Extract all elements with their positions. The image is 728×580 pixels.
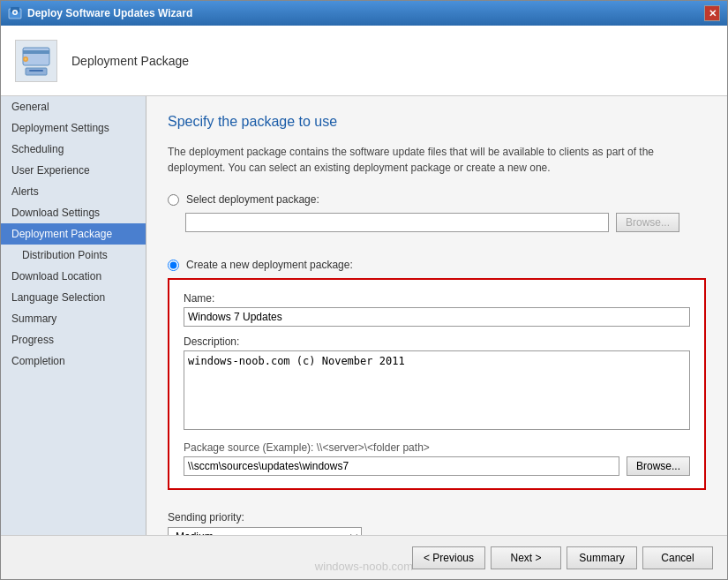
header-area: Deployment Package [1, 26, 727, 96]
sending-priority-label: Sending priority: [168, 511, 706, 524]
create-package-radio-row: Create a new deployment package: [168, 259, 706, 271]
package-source-row: Browse... [184, 456, 690, 476]
header-title: Deployment Package [71, 54, 189, 68]
select-package-input[interactable] [185, 213, 609, 232]
sidebar-item-language-selection[interactable]: Language Selection [1, 287, 146, 308]
select-package-radio-row: Select deployment package: [168, 193, 706, 206]
sidebar-item-alerts[interactable]: Alerts [1, 181, 146, 202]
sidebar-item-deployment-settings[interactable]: Deployment Settings [1, 117, 146, 139]
package-source-browse-button[interactable]: Browse... [627, 456, 690, 476]
sidebar-item-download-location[interactable]: Download Location [1, 266, 146, 287]
select-package-label[interactable]: Select deployment package: [186, 193, 319, 206]
next-button[interactable]: Next > [491, 546, 561, 569]
create-package-radio[interactable] [168, 260, 179, 271]
sidebar-item-download-settings[interactable]: Download Settings [1, 202, 146, 223]
create-package-label[interactable]: Create a new deployment package: [186, 259, 353, 271]
sidebar-item-general[interactable]: General [1, 96, 146, 117]
select-package-browse-button[interactable]: Browse... [616, 213, 679, 232]
create-package-box: Name: Description: windows-noob.com (c) … [168, 278, 706, 490]
package-source-label: Package source (Example): \\<server>\<fo… [184, 441, 690, 454]
sending-priority-select[interactable]: Medium High Low [168, 527, 362, 535]
sidebar-item-summary[interactable]: Summary [1, 308, 146, 329]
main-window: Deploy Software Updates Wizard ✕ Deploym… [0, 0, 728, 580]
title-bar-left: Deploy Software Updates Wizard [8, 6, 192, 20]
sidebar-item-deployment-package[interactable]: Deployment Package [1, 223, 146, 245]
sidebar-item-scheduling[interactable]: Scheduling [1, 139, 146, 160]
name-label: Name: [184, 292, 690, 305]
package-source-input[interactable] [184, 456, 619, 476]
select-package-radio[interactable] [168, 194, 179, 206]
wizard-icon [8, 6, 22, 20]
svg-point-3 [14, 11, 17, 14]
sidebar-item-distribution-points[interactable]: Distribution Points [1, 245, 146, 266]
title-bar-text: Deploy Software Updates Wizard [27, 7, 192, 19]
sidebar-item-user-experience[interactable]: User Experience [1, 160, 146, 181]
summary-button[interactable]: Summary [567, 546, 637, 569]
svg-point-9 [25, 57, 27, 60]
close-button[interactable]: ✕ [704, 5, 720, 21]
sidebar-item-progress[interactable]: Progress [1, 329, 146, 350]
title-bar: Deploy Software Updates Wizard ✕ [1, 1, 727, 26]
select-package-input-row: Browse... [185, 213, 706, 232]
main-area: GeneralDeployment SettingsSchedulingUser… [1, 96, 727, 535]
svg-rect-5 [23, 50, 49, 54]
footer: < Previous Next > Summary Cancel [1, 535, 727, 579]
content-title: Specify the package to use [168, 114, 706, 130]
package-icon [19, 43, 54, 79]
description-label: Description: [184, 335, 690, 348]
sending-priority-section: Sending priority: Medium High Low [168, 511, 706, 535]
previous-button[interactable]: < Previous [412, 546, 485, 569]
sidebar-item-completion[interactable]: Completion [1, 350, 146, 372]
header-icon [15, 40, 57, 82]
sidebar: GeneralDeployment SettingsSchedulingUser… [1, 96, 146, 535]
description-text: The deployment package contains the soft… [168, 144, 679, 176]
name-input[interactable] [184, 307, 690, 327]
cancel-button[interactable]: Cancel [642, 546, 713, 569]
select-package-section: Select deployment package: Browse... [168, 193, 706, 246]
description-textarea[interactable]: windows-noob.com (c) November 2011 [184, 350, 690, 430]
content-area: Specify the package to use The deploymen… [146, 96, 727, 535]
svg-rect-7 [29, 70, 43, 72]
